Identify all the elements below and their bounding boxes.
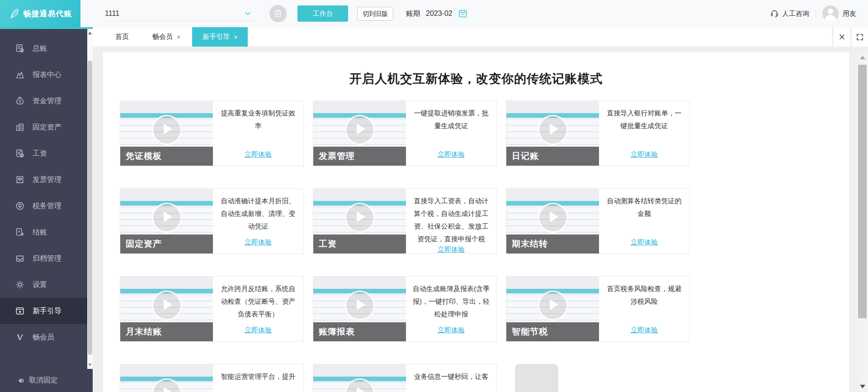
sidebar-item-0[interactable]: ¥ 总账 [0,35,87,62]
sidebar-top-accent [0,27,93,29]
video-thumbnail[interactable]: 账簿报表 [313,277,406,341]
card-info: 首页税务风险检查，规避涉税风险 立即体验 [599,277,689,341]
sidebar-item-11[interactable]: V 畅会员 [0,324,87,350]
account-selector[interactable]: 1111 [104,6,254,21]
card-info: 自动生成账簿及报表(含季报)，一键打印、导出，轻松处理申报 立即体验 [406,277,496,341]
video-thumbnail[interactable] [313,364,406,392]
sidebar-item-label: 新手引导 [33,306,61,316]
app-root: 畅捷通易代账 1111 工作台 切到旧版 账期 2023-02 [0,0,868,392]
period-value[interactable]: 2023-02 [426,10,453,18]
play-button-icon[interactable] [152,378,182,392]
main-scrollbar[interactable] [857,52,868,392]
accounting-period: 账期 2023-02 [406,0,468,27]
try-now-link[interactable]: 立即体验 [245,326,272,335]
tab-close-icon[interactable]: × [177,34,180,40]
tab-1[interactable]: 畅会员 × [141,27,192,47]
card-label: 智能节税 [506,322,599,341]
headset-icon [770,9,779,18]
card-label: 发票管理 [313,147,406,166]
unpin-label: 取消固定 [29,376,58,385]
chevron-down-icon [244,10,251,17]
video-thumbnail[interactable]: 发票管理 [313,101,406,166]
user-name: 用友 [843,10,856,18]
sidebar-item-5[interactable]: 发票管理 [0,167,87,193]
play-button-icon[interactable] [538,115,568,145]
app-logo[interactable]: 畅捷通易代账 [0,0,80,27]
play-button-icon[interactable] [152,203,182,233]
sidebar-item-6[interactable]: 税务管理 [0,193,87,219]
sidebar-item-3[interactable]: 固定资产 [0,114,87,140]
play-button-icon[interactable] [345,203,375,233]
try-now-link[interactable]: 立即体验 [631,150,658,159]
sidebar-item-9[interactable]: 设置 [0,272,87,298]
try-now-link[interactable]: 立即体验 [438,150,465,159]
sidebar-item-8[interactable]: 归档管理 [0,245,87,272]
sidebar-item-10[interactable]: 新手引导 [0,298,87,324]
play-button-icon[interactable] [345,291,375,320]
play-button-icon[interactable] [152,115,182,145]
video-thumbnail[interactable]: 固定资产 [120,189,213,253]
play-button-icon[interactable] [538,203,568,233]
try-now-link[interactable]: 立即体验 [438,326,465,335]
sidebar-item-label: 归档管理 [33,254,61,263]
top-header: 畅捷通易代账 1111 工作台 切到旧版 账期 2023-02 [0,0,868,27]
notes-button[interactable] [269,5,287,22]
guide-card-0: 凭证模板 提高重复业务填制凭证效率 立即体验 [120,100,304,166]
fullscreen-button[interactable] [850,27,868,47]
unpin-sidebar-button[interactable]: 取消固定 [0,369,93,392]
video-thumbnail[interactable]: 期末结转 [506,189,599,253]
period-label: 账期 [406,9,420,19]
header-right: 人工咨询 用友 [770,0,856,27]
sidebar-item-7[interactable]: ¥ 结账 [0,219,87,245]
guide-card-7: 账簿报表 自动生成账簿及报表(含季报)，一键打印、导出，轻松处理申报 立即体验 [313,276,497,342]
card-description: 一键提取进销项发票，批量生成凭证 [411,107,491,132]
sidebar-item-label: 发票管理 [33,175,61,185]
play-button-icon[interactable] [345,378,375,392]
video-thumbnail[interactable]: 月末结账 [120,277,213,341]
scroll-down-icon[interactable] [857,385,868,388]
try-now-link[interactable]: 立即体验 [245,238,272,247]
try-now-link[interactable]: 立即体验 [438,245,465,254]
page-title: 开启人机交互新体验，改变你的传统记账模式 [103,52,849,87]
sidebar-item-4[interactable]: ¥ 工资 [0,140,87,167]
user-menu[interactable]: 用友 [822,5,856,22]
sidebar-scrollbar-thumb[interactable] [88,61,92,355]
scroll-up-icon[interactable] [857,56,868,59]
sidebar-item-1[interactable]: 报表中心 [0,62,87,88]
try-now-link[interactable]: 立即体验 [631,238,658,247]
workbench-button[interactable]: 工作台 [297,5,348,22]
calendar-icon[interactable] [458,9,468,19]
tab-close-icon[interactable]: × [234,34,237,40]
video-thumbnail[interactable]: 工资 [313,189,406,253]
card-info: 智能运营管理平台，提升 立即体验 [213,364,303,392]
tab-2[interactable]: 新手引导 × [192,27,248,47]
card-description: 业务信息一键秒回，让客 [414,370,489,383]
play-button-icon[interactable] [538,291,568,320]
video-thumbnail[interactable]: 凭证模板 [120,101,213,166]
support-button[interactable]: 人工咨询 [770,9,809,18]
video-thumbnail[interactable] [120,364,213,392]
sidebar-item-label: 总账 [33,44,47,53]
header-divider [816,10,816,18]
sidebar-item-2[interactable]: ¥ 资金管理 [0,88,87,114]
switch-old-version-button[interactable]: 切到旧版 [357,7,393,21]
close-tab-button[interactable] [832,27,850,47]
sidebar-scroll-down-icon[interactable] [87,362,93,368]
video-thumbnail[interactable]: 智能节税 [506,277,599,341]
card-info: 业务信息一键秒回，让客 立即体验 [406,364,496,392]
try-now-link[interactable]: 立即体验 [245,150,272,159]
tab-actions [832,27,868,47]
play-button-icon[interactable] [152,291,182,320]
tab-0[interactable]: 首页 [104,27,141,47]
card-label: 月末结账 [120,322,213,341]
guide-card-1: 发票管理 一键提取进销项发票，批量生成凭证 立即体验 [313,100,497,166]
try-now-link[interactable]: 立即体验 [631,326,658,335]
svg-text:¥: ¥ [19,99,21,104]
video-thumbnail[interactable]: 日记账 [506,101,599,166]
play-button-icon[interactable] [345,115,375,145]
sidebar-scroll-up-icon[interactable] [87,30,93,36]
main-scrollbar-thumb[interactable] [858,65,867,318]
guide-icon [15,306,25,316]
video-thumbnail[interactable] [515,364,558,392]
sidebar-scrollbar[interactable] [87,29,93,369]
